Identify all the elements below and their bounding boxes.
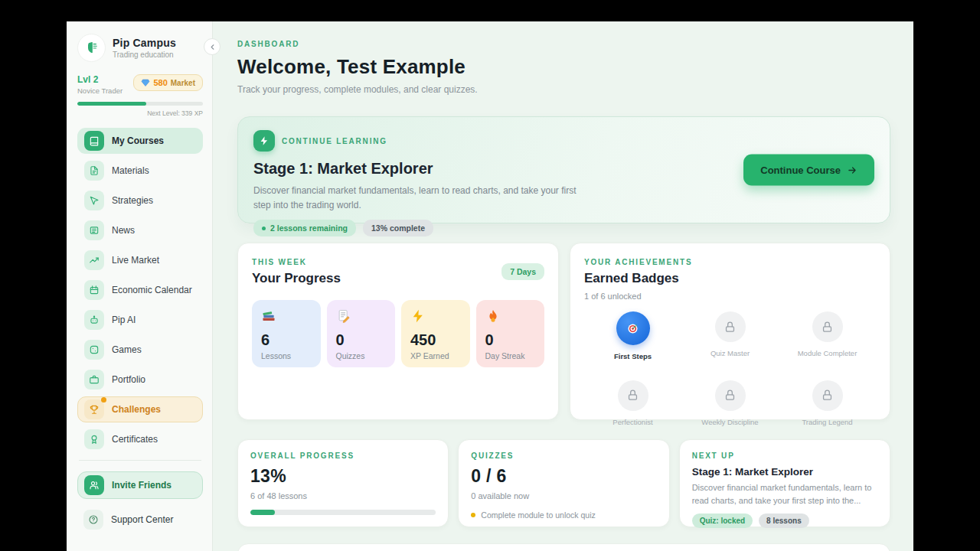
quiz-locked-pill: Quiz: locked [692, 514, 753, 528]
stat-value: 0 [485, 331, 536, 349]
sidebar-item-label: Strategies [112, 195, 153, 206]
sidebar-divider [79, 460, 201, 461]
support-center-label: Support Center [111, 514, 173, 525]
quizzes-note: Complete module to unlock quiz [481, 510, 595, 520]
continue-course-button[interactable]: Continue Course [743, 155, 874, 186]
stat-label: Quizzes [336, 351, 387, 360]
currency-name: Market [171, 79, 195, 87]
trophy-icon [84, 399, 104, 419]
badges-unlocked-count: 1 of 6 unlocked [584, 292, 876, 301]
badge-perfectionist: Perfectionist [584, 380, 681, 428]
badge-label: Trading Legend [802, 417, 852, 428]
arrow-right-icon [847, 165, 858, 175]
sidebar-item-label: Portfolio [112, 374, 145, 385]
continue-course-description: Discover financial market fundamentals, … [253, 184, 583, 212]
gem-icon [141, 78, 150, 87]
sidebar-item-news[interactable]: News [77, 217, 203, 243]
badge-first-steps: First Steps [584, 311, 681, 362]
zap-icon [253, 130, 275, 152]
quizzes-subtitle: 0 available now [471, 491, 656, 500]
overall-progress-eyebrow: OVERALL PROGRESS [250, 452, 436, 460]
badge-quiz-master: Quiz Master [681, 311, 779, 362]
sidebar-item-live-market[interactable]: Live Market [77, 247, 203, 273]
sidebar-item-certificates[interactable]: Certificates [77, 426, 203, 452]
achievements-card: YOUR ACHIEVEMENTS Earned Badges 1 of 6 u… [570, 243, 890, 420]
sidebar-item-games[interactable]: Games [77, 337, 203, 363]
currency-badge[interactable]: 580 Market [133, 74, 203, 91]
sidebar-item-label: Certificates [112, 434, 158, 445]
badge-trading-legend: Trading Legend [779, 380, 876, 428]
target-icon [616, 311, 650, 345]
sidebar-item-materials[interactable]: Materials [77, 158, 203, 184]
level-progress-fill [77, 102, 146, 106]
stat-tile-quizzes: 0 Quizzes [327, 300, 396, 367]
stat-tile-xp: 450 XP Earned [401, 300, 470, 367]
continue-learning-eyebrow: CONTINUE LEARNING [282, 137, 387, 145]
badge-label: First Steps [614, 351, 652, 362]
stat-value: 6 [261, 331, 312, 349]
stat-tile-lessons: 6 Lessons [252, 300, 321, 367]
achievements-eyebrow: YOUR ACHIEVEMENTS [584, 258, 876, 266]
badge-grid: First Steps Quiz Master Module Completer [584, 311, 876, 428]
next-up-card: NEXT UP Stage 1: Market Explorer Discove… [679, 439, 890, 527]
sidebar-item-pip-ai[interactable]: Pip AI [77, 307, 203, 333]
lock-icon [618, 380, 648, 411]
bolt-icon [410, 308, 426, 324]
next-up-description: Discover financial market fundamentals, … [692, 481, 877, 507]
overall-progress-card: OVERALL PROGRESS 13% 6 of 48 lessons [237, 439, 449, 527]
badge-label: Quiz Master [710, 348, 750, 359]
next-level-text: Next Level: 339 XP [77, 109, 203, 117]
continue-learning-card: CONTINUE LEARNING Stage 1: Market Explor… [237, 116, 890, 223]
stat-tile-streak: 0 Day Streak [476, 300, 545, 367]
sidebar-item-label: Challenges [112, 404, 161, 415]
stat-label: Lessons [261, 351, 312, 360]
lock-icon [812, 311, 843, 342]
help-icon [83, 510, 103, 530]
sidebar-collapse-button[interactable] [204, 38, 220, 55]
this-week-eyebrow: THIS WEEK [252, 258, 544, 266]
next-up-eyebrow: NEXT UP [692, 452, 877, 460]
badge-weekly-discipline: Weekly Discipline [681, 380, 779, 428]
sidebar-item-economic-calendar[interactable]: Economic Calendar [77, 277, 203, 303]
seven-days-badge: 7 Days [501, 263, 544, 280]
sidebar-item-label: My Courses [112, 135, 164, 146]
badge-label: Module Completer [798, 348, 858, 359]
sidebar-nav: My Courses Materials Strategies News Liv… [77, 128, 203, 452]
flame-icon [485, 308, 501, 324]
overall-progress-bar [250, 510, 436, 515]
page-eyebrow: DASHBOARD [237, 40, 890, 48]
file-text-icon [84, 161, 104, 181]
stat-label: Day Streak [485, 351, 536, 360]
page-subtitle: Track your progress, complete modules, a… [237, 84, 890, 95]
invite-friends-button[interactable]: Invite Friends [77, 471, 203, 499]
main-content: DASHBOARD Welcome, Test Example Track yo… [213, 21, 913, 551]
level-progress-bar [77, 102, 203, 106]
sidebar-item-label: Games [112, 344, 142, 355]
sidebar-item-my-courses[interactable]: My Courses [77, 128, 203, 154]
chevron-left-icon [208, 43, 217, 51]
page-title: Welcome, Test Example [237, 55, 890, 79]
percent-complete-pill: 13% complete [363, 220, 433, 236]
overall-progress-fill [250, 510, 275, 515]
newspaper-icon [84, 220, 104, 240]
brand: Pip Campus Trading education [77, 34, 203, 62]
sidebar-item-strategies[interactable]: Strategies [77, 187, 203, 214]
currency-value: 580 [153, 78, 167, 87]
level-rank: Novice Trader [77, 86, 122, 95]
sidebar-item-challenges[interactable]: Challenges [77, 396, 203, 422]
amber-dot [471, 513, 475, 517]
your-progress-title: Your Progress [252, 271, 544, 286]
robot-icon [84, 310, 104, 330]
sidebar-item-portfolio[interactable]: Portfolio [77, 367, 203, 393]
quizzes-eyebrow: QUIZZES [471, 452, 656, 460]
next-up-title: Stage 1: Market Explorer [692, 466, 877, 478]
sidebar-item-label: News [112, 225, 135, 236]
weekly-progress-card: THIS WEEK Your Progress 7 Days 6 Lessons… [237, 243, 559, 420]
support-center-button[interactable]: Support Center [77, 507, 203, 533]
lock-icon [715, 311, 746, 342]
green-dot [262, 227, 266, 230]
books-icon [261, 308, 276, 324]
level-label: Lvl 2 [77, 74, 122, 85]
briefcase-icon [84, 370, 104, 390]
level-block: Lvl 2 Novice Trader 580 Market Next Leve… [77, 74, 203, 117]
